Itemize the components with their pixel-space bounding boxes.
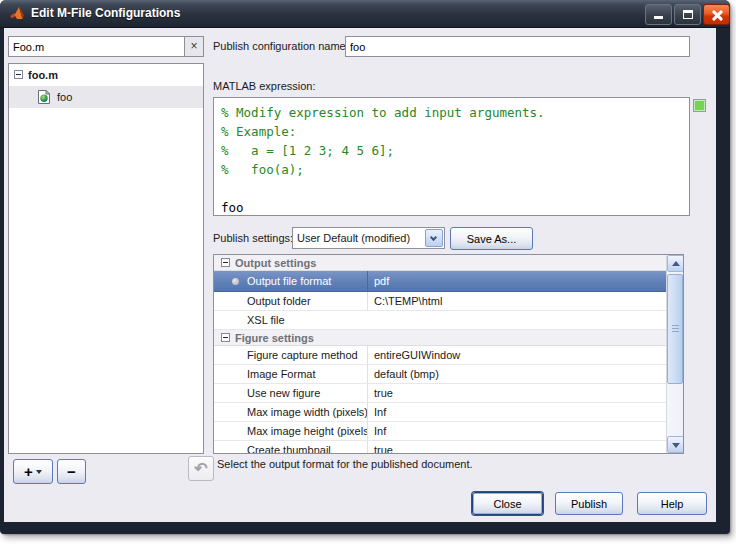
chevron-down-icon xyxy=(36,470,42,474)
tree-child-label: foo xyxy=(57,86,72,108)
code-analyzer-indicator xyxy=(693,99,706,112)
window-title: Edit M-File Configurations xyxy=(31,0,180,27)
arrow-up-icon xyxy=(672,261,680,266)
property-label: Max image height (pixels) xyxy=(247,422,367,440)
close-button[interactable]: Close xyxy=(472,492,543,515)
property-value[interactable]: true xyxy=(367,384,666,402)
group-label: Output settings xyxy=(235,255,316,271)
thumb-grip-icon xyxy=(672,325,679,333)
property-value[interactable]: pdf xyxy=(367,271,666,291)
property-value[interactable]: Inf xyxy=(367,422,666,440)
code-line: % Example: xyxy=(221,122,682,141)
table-row[interactable]: Max image width (pixels)Inf xyxy=(214,403,666,422)
matlab-expression-editor[interactable]: % Modify expression to add input argumen… xyxy=(213,97,690,216)
property-rows: Output settingsOutput file formatpdfOutp… xyxy=(214,255,666,453)
code-line: % Modify expression to add input argumen… xyxy=(221,103,682,122)
scroll-up-button[interactable] xyxy=(667,255,684,272)
publish-options-table: Output settingsOutput file formatpdfOutp… xyxy=(213,254,684,454)
property-label: Output file format xyxy=(247,271,367,291)
add-configuration-button[interactable]: + xyxy=(13,459,53,484)
property-value[interactable]: Inf xyxy=(367,403,666,421)
dialog-window: Edit M-File Configurations × foo.m xyxy=(0,0,730,534)
code-line: foo xyxy=(221,198,682,216)
configuration-doc-icon xyxy=(36,89,52,105)
save-as-button[interactable]: Save As... xyxy=(450,227,533,250)
table-group-header[interactable]: Output settings xyxy=(214,255,666,271)
help-button[interactable]: Help xyxy=(637,492,707,515)
property-label: Figure capture method xyxy=(247,346,367,364)
code-line: % foo(a); xyxy=(221,160,682,179)
undo-icon: ↶ xyxy=(194,460,207,477)
vertical-scrollbar[interactable] xyxy=(666,255,683,453)
selected-bullet-icon xyxy=(232,278,239,285)
minimize-icon xyxy=(654,16,663,19)
close-window-button[interactable] xyxy=(703,4,730,25)
file-filter-input[interactable] xyxy=(8,36,184,57)
clear-filter-button[interactable]: × xyxy=(184,36,204,57)
property-label: Create thumbnail xyxy=(247,441,367,453)
tree-node-foo-config[interactable]: foo xyxy=(9,86,203,108)
remove-configuration-button[interactable]: − xyxy=(57,459,86,484)
code-line: % a = [1 2 3; 4 5 6]; xyxy=(221,141,682,160)
property-value[interactable]: entireGUIWindow xyxy=(367,346,666,364)
undo-button[interactable]: ↶ xyxy=(188,456,214,481)
property-value[interactable]: default (bmp) xyxy=(367,365,666,383)
table-group-header[interactable]: Figure settings xyxy=(214,330,666,346)
table-row[interactable]: Image Formatdefault (bmp) xyxy=(214,365,666,384)
group-label: Figure settings xyxy=(235,330,314,346)
maximize-icon xyxy=(683,10,693,19)
maximize-button[interactable] xyxy=(674,4,701,25)
table-row[interactable]: Create thumbnailtrue xyxy=(214,441,666,453)
collapse-icon[interactable] xyxy=(221,258,230,267)
table-row[interactable]: Output folderC:\TEMP\html xyxy=(214,292,666,311)
property-label: Use new figure xyxy=(247,384,367,402)
add-icon: + xyxy=(24,463,33,480)
titlebar[interactable]: Edit M-File Configurations xyxy=(0,0,730,28)
tree-root-label: foo.m xyxy=(28,64,58,86)
table-row[interactable]: Output file formatpdf xyxy=(214,271,666,292)
remove-icon: − xyxy=(67,463,76,480)
scroll-down-button[interactable] xyxy=(667,436,684,453)
minimize-button[interactable] xyxy=(645,4,672,25)
scrollbar-thumb[interactable] xyxy=(667,274,683,384)
property-label: XSL file xyxy=(247,311,367,329)
collapse-icon[interactable] xyxy=(221,333,230,342)
table-row[interactable]: XSL file xyxy=(214,311,666,330)
property-value[interactable]: C:\TEMP\html xyxy=(367,292,666,310)
property-label: Image Format xyxy=(247,365,367,383)
publish-button[interactable]: Publish xyxy=(555,492,623,515)
status-text: Select the output format for the publish… xyxy=(217,458,473,470)
arrow-down-icon xyxy=(672,443,680,448)
table-row[interactable]: Max image height (pixels)Inf xyxy=(214,422,666,441)
publish-settings-value: User Default (modified) xyxy=(297,228,410,248)
dropdown-arrow-button[interactable] xyxy=(425,229,443,247)
config-name-label: Publish configuration name: xyxy=(213,36,349,57)
property-label: Max image width (pixels) xyxy=(247,403,367,421)
publish-settings-dropdown[interactable]: User Default (modified) xyxy=(292,227,445,249)
config-name-input[interactable] xyxy=(345,36,690,57)
matlab-logo-icon xyxy=(9,6,25,22)
code-line xyxy=(221,179,682,198)
tree-node-foo-m[interactable]: foo.m xyxy=(9,64,203,86)
configuration-tree[interactable]: foo.m foo xyxy=(8,63,204,454)
expression-label: MATLAB expression: xyxy=(213,80,316,92)
table-row[interactable]: Figure capture methodentireGUIWindow xyxy=(214,346,666,365)
table-row[interactable]: Use new figuretrue xyxy=(214,384,666,403)
property-value[interactable]: true xyxy=(367,441,666,453)
property-label: Output folder xyxy=(247,292,367,310)
publish-settings-label: Publish settings: xyxy=(213,227,293,249)
chevron-down-icon xyxy=(430,234,437,241)
collapse-icon[interactable] xyxy=(14,70,23,79)
